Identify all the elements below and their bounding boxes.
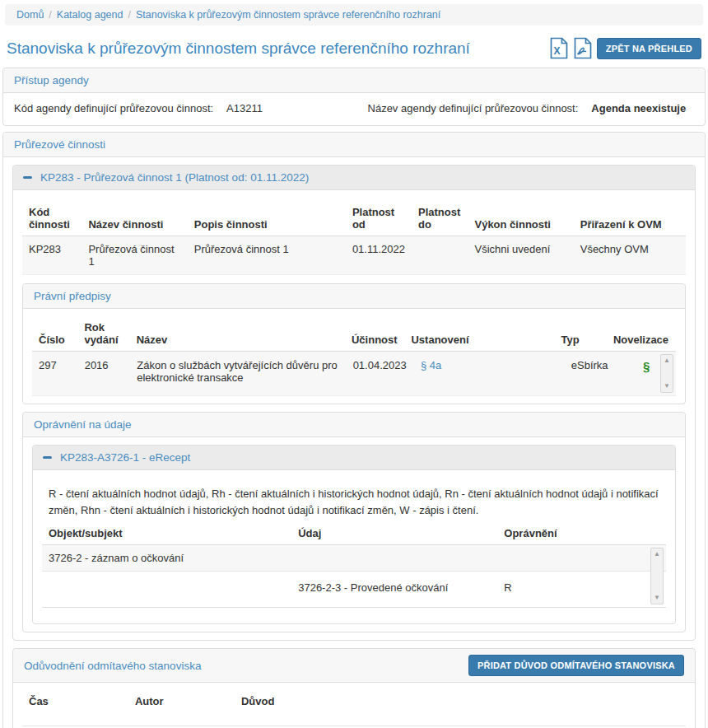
agenda-access-panel: Přístup agendy Kód agendy definující prů… bbox=[2, 68, 706, 126]
back-to-overview-button[interactable]: ZPĚT NA PŘEHLED bbox=[597, 38, 701, 59]
activity-collapse-title: KP283 - Průřezová činnost 1 (Platnost od… bbox=[40, 171, 309, 184]
page-header: Stanoviska k průřezovým činnostem správc… bbox=[7, 37, 701, 59]
agenda-name-pair: Název agendy definující průřezovou činno… bbox=[368, 102, 694, 114]
excel-export-icon[interactable]: X bbox=[549, 37, 569, 59]
cell-activity-code: KP283 bbox=[22, 236, 82, 275]
breadcrumb: Domů/Katalog agend/Stanoviska k průřezov… bbox=[5, 4, 703, 26]
column-header: Důvod bbox=[235, 690, 686, 712]
collapse-minus-icon bbox=[43, 456, 52, 459]
provision-link[interactable]: § 4a bbox=[421, 359, 441, 371]
table-row: 297 2016 Zákon o službách vytvářejících … bbox=[32, 352, 676, 395]
column-header: Výkon činnosti bbox=[468, 201, 573, 236]
svg-text:X: X bbox=[553, 45, 560, 57]
cell-execution: Všichni uvedení bbox=[468, 236, 573, 275]
agenda-access-body: Kód agendy definující průřezovou činnost… bbox=[3, 93, 705, 125]
legal-regulations-table: Číslo Rok vydání Název Účinnost Ustanove… bbox=[32, 316, 676, 352]
scrollbar-down-icon[interactable] bbox=[661, 381, 673, 391]
legal-regulations-panel: Právní předpisy Číslo Rok vydání Název Ú… bbox=[22, 283, 686, 404]
erecept-collapse-body: R - čtení aktuálních hodnot údajů, Rh - … bbox=[33, 470, 675, 623]
legal-regulations-heading: Právní předpisy bbox=[23, 284, 685, 309]
breadcrumb-home[interactable]: Domů bbox=[16, 9, 44, 21]
breadcrumb-katalog-agend[interactable]: Katalog agend bbox=[57, 9, 123, 21]
cell-permission: R bbox=[497, 581, 666, 594]
cell-law-number: 297 bbox=[32, 352, 78, 395]
table-row: KP283 Průřezová činnost 1 Průřezová činn… bbox=[22, 236, 686, 275]
cell-law-year: 2016 bbox=[78, 352, 131, 395]
column-header: Číslo bbox=[32, 316, 77, 352]
rejection-reason-panel: Odůvodnění odmítavého stanoviska PŘIDAT … bbox=[12, 648, 696, 728]
column-header: Autor bbox=[128, 690, 235, 712]
cell-valid-from: 01.11.2022 bbox=[346, 236, 412, 275]
cell-law-effective: 01.04.2023 bbox=[347, 352, 414, 395]
cell-law-type: eSbírka bbox=[565, 352, 617, 395]
column-header: Přiřazení k OVM bbox=[574, 201, 686, 236]
data-permissions-heading: Oprávnění na údaje bbox=[23, 413, 685, 437]
pdf-export-icon[interactable] bbox=[573, 37, 593, 59]
activity-collapse-body: Kód činnosti Název činnosti Popis činnos… bbox=[13, 190, 695, 640]
legal-regulations-body: Číslo Rok vydání Název Účinnost Ustanove… bbox=[23, 309, 685, 404]
cell-object-subject bbox=[42, 581, 291, 594]
table-row: 3726-2 - záznam o očkování bbox=[42, 545, 666, 572]
column-header: Účinnost bbox=[345, 316, 405, 352]
rejection-reason-title: Odůvodnění odmítavého stanoviska bbox=[24, 660, 201, 672]
cross-activities-body: KP283 - Průřezová činnost 1 (Platnost od… bbox=[3, 157, 705, 728]
vertical-scrollbar[interactable] bbox=[650, 548, 664, 604]
data-permissions-body: KP283-A3726-1 - eRecept R - čtení aktuál… bbox=[23, 437, 685, 632]
cell-valid-to bbox=[412, 236, 468, 275]
scrollbar-down-icon[interactable] bbox=[651, 593, 663, 603]
cell-ovm-assignment: Všechny OVM bbox=[574, 236, 686, 275]
column-header: Oprávnění bbox=[497, 522, 666, 544]
column-header: Platnost do bbox=[412, 201, 468, 236]
column-header: Název činnosti bbox=[82, 201, 187, 236]
cell-activity-description: Průřezová činnost 1 bbox=[188, 236, 346, 275]
data-permissions-panel: Oprávnění na údaje KP283-A3726-1 - eRece… bbox=[22, 412, 686, 632]
column-header: Popis činnosti bbox=[188, 201, 346, 236]
agenda-name-label: Název agendy definující průřezovou činno… bbox=[368, 102, 579, 114]
cell-permission bbox=[497, 552, 666, 564]
agenda-code-label: Kód agendy definující průřezovou činnost… bbox=[14, 102, 213, 114]
activity-collapse-header[interactable]: KP283 - Průřezová činnost 1 (Platnost od… bbox=[13, 166, 695, 190]
agenda-code-pair: Kód agendy definující průřezovou činnost… bbox=[14, 102, 368, 114]
cell-law-name: Zákon o službách vytvářejících důvěru pr… bbox=[130, 352, 346, 395]
breadcrumb-separator: / bbox=[128, 9, 130, 21]
permissions-table: Objekt/subjekt Údaj Oprávnění bbox=[42, 522, 666, 544]
column-header: Čas bbox=[22, 690, 128, 712]
legal-regulations-rows: 297 2016 Zákon o službách vytvářejících … bbox=[32, 352, 676, 396]
rejection-reason-heading: Odůvodnění odmítavého stanoviska PŘIDAT … bbox=[13, 649, 695, 683]
column-header: Kód činnosti bbox=[22, 201, 82, 236]
erecept-collapse-panel: KP283-A3726-1 - eRecept R - čtení aktuál… bbox=[32, 445, 676, 624]
column-header: Novelizace bbox=[607, 316, 676, 352]
erecept-collapse-header[interactable]: KP283-A3726-1 - eRecept bbox=[33, 446, 675, 470]
permissions-legend: R - čtení aktuálních hodnot údajů, Rh - … bbox=[42, 478, 666, 522]
erecept-collapse-title: KP283-A3726-1 - eRecept bbox=[60, 451, 190, 464]
rejection-table: Čas Autor Důvod bbox=[22, 690, 686, 712]
table-row: 3726-2-3 - Provedené očkování R bbox=[42, 572, 666, 607]
cell-data-item: 3726-2-3 - Provedené očkování bbox=[291, 581, 497, 594]
column-header: Platnost od bbox=[346, 201, 412, 236]
agenda-access-heading: Přístup agendy bbox=[3, 68, 705, 93]
column-header: Objekt/subjekt bbox=[42, 522, 291, 544]
permissions-rows: 3726-2 - záznam o očkování 3726-2-3 - Pr… bbox=[42, 544, 666, 608]
agenda-code-value: A13211 bbox=[226, 102, 263, 114]
cell-object-subject: 3726-2 - záznam o očkování bbox=[42, 552, 291, 564]
column-header: Údaj bbox=[291, 522, 497, 544]
activity-table: Kód činnosti Název činnosti Popis činnos… bbox=[22, 201, 686, 275]
page-title: Stanoviska k průřezovým činnostem správc… bbox=[7, 40, 470, 58]
vertical-scrollbar[interactable] bbox=[660, 354, 673, 393]
breadcrumb-separator: / bbox=[49, 9, 51, 21]
scrollbar-up-icon[interactable] bbox=[661, 356, 673, 366]
rejection-reason-body: Čas Autor Důvod Nejsou data k zobrazení bbox=[13, 683, 695, 728]
column-header: Typ bbox=[555, 316, 607, 352]
scrollbar-up-icon[interactable] bbox=[651, 549, 663, 559]
collapse-minus-icon bbox=[23, 176, 32, 179]
column-header: Název bbox=[130, 316, 345, 352]
add-rejection-reason-button[interactable]: PŘIDAT DŮVOD ODMÍTAVÉHO STANOVISKA bbox=[468, 655, 684, 676]
cell-law-provision: § 4a bbox=[414, 352, 565, 395]
agenda-name-value: Agenda neexistuje bbox=[591, 102, 686, 114]
header-actions: X ZPĚT NA PŘEHLED bbox=[549, 37, 701, 59]
column-header: Ustanovení bbox=[404, 316, 554, 352]
cell-data-item bbox=[291, 552, 497, 564]
activity-collapse-panel: KP283 - Průřezová činnost 1 (Platnost od… bbox=[12, 165, 696, 641]
cross-activities-heading: Průřezové činnosti bbox=[3, 133, 705, 157]
cell-activity-name: Průřezová činnost 1 bbox=[82, 236, 187, 275]
